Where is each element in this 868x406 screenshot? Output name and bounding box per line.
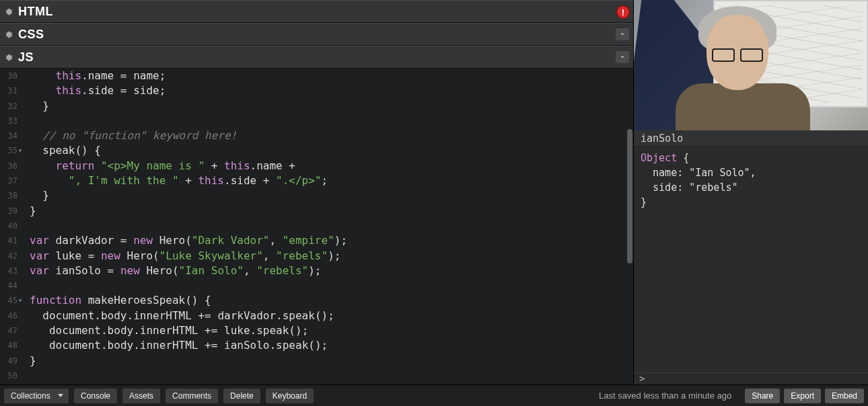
editor-scrollbar[interactable] <box>626 69 633 384</box>
code-line[interactable]: speak() { <box>30 143 626 158</box>
line-gutter: 3031323334353637383940414243444546474849… <box>0 69 23 384</box>
panel-title-html: HTML <box>18 5 53 19</box>
main-area: HTML ! CSS JS <box>0 0 868 384</box>
code-line[interactable]: } <box>30 188 626 203</box>
webcam-preview <box>634 0 868 130</box>
save-status: Last saved less than a minute ago <box>599 391 731 401</box>
chevron-down-icon[interactable] <box>616 28 629 40</box>
line-number: 33 <box>0 114 17 128</box>
gear-icon[interactable] <box>3 29 14 40</box>
footer-right-buttons: ShareExportEmbed <box>741 389 864 403</box>
footer-left-buttons: ConsoleAssetsCommentsDeleteKeyboard <box>74 389 314 403</box>
line-number: 30 <box>0 69 17 83</box>
editor-column: HTML ! CSS JS <box>0 0 634 384</box>
line-number: 50 <box>0 368 17 383</box>
chevron-down-icon[interactable] <box>616 51 629 63</box>
panel-title-css: CSS <box>18 28 44 42</box>
panel-header-html[interactable]: HTML ! <box>0 0 633 23</box>
export-button[interactable]: Export <box>784 389 821 403</box>
console-line: } <box>641 195 861 210</box>
comments-button[interactable]: Comments <box>166 389 218 403</box>
delete-button[interactable]: Delete <box>223 389 260 403</box>
share-button[interactable]: Share <box>745 389 780 403</box>
line-number: 47 <box>0 323 17 338</box>
line-number: 42 <box>0 249 17 263</box>
code-line[interactable]: document.body.innerHTML += darkVador.spe… <box>30 309 626 323</box>
console-button[interactable]: Console <box>74 389 117 403</box>
line-number: 45 <box>0 293 17 308</box>
error-badge-icon[interactable]: ! <box>617 6 629 18</box>
console-line: side: "rebels" <box>641 180 861 195</box>
code-line[interactable]: this.name = name; <box>30 69 626 83</box>
code-area[interactable]: this.name = name; this.side = side; } //… <box>23 69 626 384</box>
console-line: name: "Ian Solo", <box>641 165 861 180</box>
line-number: 40 <box>0 218 17 233</box>
keyboard-button[interactable]: Keyboard <box>266 389 314 403</box>
line-number: 38 <box>0 188 17 203</box>
code-line[interactable]: function makeHeroesSpeak() { <box>30 293 626 308</box>
code-line[interactable]: this.side = side; <box>30 83 626 98</box>
code-line[interactable]: var darkVador = new Hero("Dark Vador", "… <box>30 233 626 248</box>
console-output[interactable]: Object { name: "Ian Solo", side: "rebels… <box>634 147 868 372</box>
code-line[interactable]: return "<p>My name is " + this.name + <box>30 159 626 173</box>
code-line[interactable]: } <box>30 354 626 368</box>
scrollbar-thumb[interactable] <box>627 129 632 263</box>
line-number: 31 <box>0 83 17 98</box>
panel-header-js[interactable]: JS <box>0 46 633 69</box>
line-number: 35 <box>0 143 17 158</box>
code-line[interactable]: document.body.innerHTML += ianSolo.speak… <box>30 338 626 353</box>
code-line[interactable]: document.body.innerHTML += luke.speak(); <box>30 323 626 338</box>
line-number: 44 <box>0 278 17 293</box>
code-line[interactable]: var luke = new Hero("Luke Skywalker", "r… <box>30 249 626 263</box>
app-root: HTML ! CSS JS <box>0 0 868 406</box>
footer-bar: Collections ConsoleAssetsCommentsDeleteK… <box>0 384 868 406</box>
line-number: 39 <box>0 204 17 218</box>
panel-title-js: JS <box>18 50 34 65</box>
output-column: ianSolo Object { name: "Ian Solo", side:… <box>634 0 868 384</box>
line-number: 46 <box>0 309 17 323</box>
line-number: 34 <box>0 128 17 143</box>
gear-icon[interactable] <box>3 6 14 17</box>
code-line[interactable] <box>30 368 626 383</box>
code-line[interactable]: } <box>30 204 626 218</box>
assets-button[interactable]: Assets <box>122 389 160 403</box>
code-line[interactable] <box>30 278 626 293</box>
code-line[interactable] <box>30 218 626 233</box>
console-prompt[interactable]: > <box>634 372 868 384</box>
code-line[interactable]: var ianSolo = new Hero("Ian Solo", "rebe… <box>30 263 626 278</box>
embed-button[interactable]: Embed <box>825 389 864 403</box>
line-number: 49 <box>0 354 17 368</box>
panel-header-css[interactable]: CSS <box>0 23 633 46</box>
line-number: 48 <box>0 338 17 353</box>
code-line[interactable]: } <box>30 99 626 114</box>
gear-icon[interactable] <box>3 52 14 63</box>
line-number: 37 <box>0 173 17 188</box>
collections-select[interactable]: Collections <box>4 389 69 403</box>
line-number: 43 <box>0 263 17 278</box>
line-number: 32 <box>0 99 17 114</box>
code-line[interactable]: // no "function" keyword here! <box>30 128 626 143</box>
line-number: 36 <box>0 159 17 173</box>
code-line[interactable] <box>30 114 626 128</box>
code-line[interactable]: ", I'm with the " + this.side + ".</p>"; <box>30 173 626 188</box>
console-header: ianSolo <box>634 130 868 147</box>
line-number: 41 <box>0 233 17 248</box>
console-line: Object { <box>641 151 861 165</box>
js-editor[interactable]: 3031323334353637383940414243444546474849… <box>0 69 633 384</box>
